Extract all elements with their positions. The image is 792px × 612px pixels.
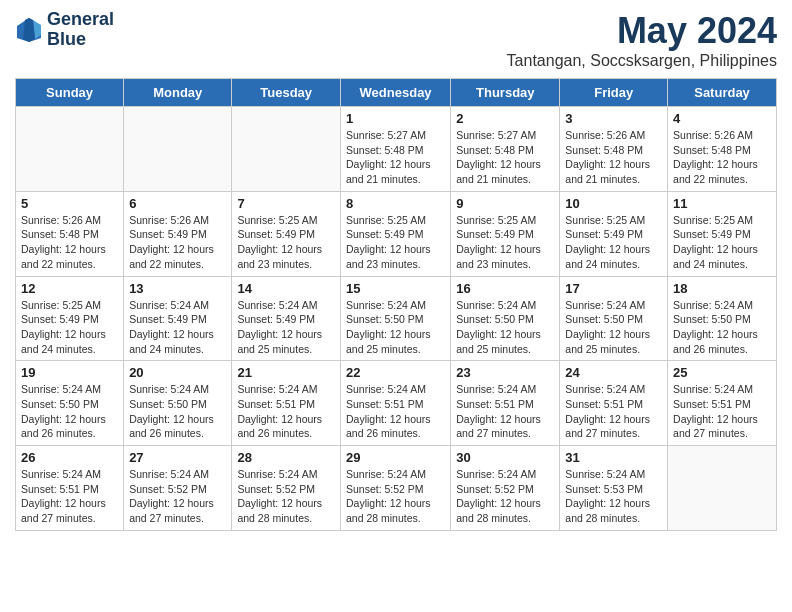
day-number: 17 — [565, 281, 662, 296]
calendar-cell — [124, 107, 232, 192]
calendar-cell: 16Sunrise: 5:24 AM Sunset: 5:50 PM Dayli… — [451, 276, 560, 361]
day-info: Sunrise: 5:24 AM Sunset: 5:52 PM Dayligh… — [129, 467, 226, 526]
calendar-cell: 4Sunrise: 5:26 AM Sunset: 5:48 PM Daylig… — [668, 107, 777, 192]
day-number: 22 — [346, 365, 445, 380]
day-info: Sunrise: 5:26 AM Sunset: 5:48 PM Dayligh… — [673, 128, 771, 187]
day-info: Sunrise: 5:24 AM Sunset: 5:52 PM Dayligh… — [346, 467, 445, 526]
calendar-cell: 7Sunrise: 5:25 AM Sunset: 5:49 PM Daylig… — [232, 191, 341, 276]
calendar-cell: 28Sunrise: 5:24 AM Sunset: 5:52 PM Dayli… — [232, 446, 341, 531]
day-number: 26 — [21, 450, 118, 465]
header: General Blue May 2024 Tantangan, Soccsks… — [15, 10, 777, 70]
calendar-cell: 21Sunrise: 5:24 AM Sunset: 5:51 PM Dayli… — [232, 361, 341, 446]
day-info: Sunrise: 5:24 AM Sunset: 5:51 PM Dayligh… — [21, 467, 118, 526]
calendar-cell: 11Sunrise: 5:25 AM Sunset: 5:49 PM Dayli… — [668, 191, 777, 276]
calendar-cell: 26Sunrise: 5:24 AM Sunset: 5:51 PM Dayli… — [16, 446, 124, 531]
page: General Blue May 2024 Tantangan, Soccsks… — [0, 0, 792, 546]
day-info: Sunrise: 5:24 AM Sunset: 5:51 PM Dayligh… — [346, 382, 445, 441]
day-info: Sunrise: 5:24 AM Sunset: 5:50 PM Dayligh… — [129, 382, 226, 441]
day-info: Sunrise: 5:24 AM Sunset: 5:51 PM Dayligh… — [673, 382, 771, 441]
day-number: 24 — [565, 365, 662, 380]
calendar-cell — [668, 446, 777, 531]
day-number: 18 — [673, 281, 771, 296]
day-number: 30 — [456, 450, 554, 465]
calendar-cell: 3Sunrise: 5:26 AM Sunset: 5:48 PM Daylig… — [560, 107, 668, 192]
calendar-cell: 29Sunrise: 5:24 AM Sunset: 5:52 PM Dayli… — [340, 446, 450, 531]
calendar-cell: 1Sunrise: 5:27 AM Sunset: 5:48 PM Daylig… — [340, 107, 450, 192]
calendar-cell: 22Sunrise: 5:24 AM Sunset: 5:51 PM Dayli… — [340, 361, 450, 446]
day-number: 13 — [129, 281, 226, 296]
logo-line1: General — [47, 10, 114, 30]
day-number: 14 — [237, 281, 335, 296]
calendar-cell: 6Sunrise: 5:26 AM Sunset: 5:49 PM Daylig… — [124, 191, 232, 276]
logo: General Blue — [15, 10, 114, 50]
header-row: SundayMondayTuesdayWednesdayThursdayFrid… — [16, 79, 777, 107]
week-row-4: 19Sunrise: 5:24 AM Sunset: 5:50 PM Dayli… — [16, 361, 777, 446]
day-header-tuesday: Tuesday — [232, 79, 341, 107]
day-header-saturday: Saturday — [668, 79, 777, 107]
day-info: Sunrise: 5:24 AM Sunset: 5:52 PM Dayligh… — [456, 467, 554, 526]
calendar-cell: 30Sunrise: 5:24 AM Sunset: 5:52 PM Dayli… — [451, 446, 560, 531]
day-info: Sunrise: 5:24 AM Sunset: 5:50 PM Dayligh… — [456, 298, 554, 357]
day-number: 23 — [456, 365, 554, 380]
day-number: 16 — [456, 281, 554, 296]
day-info: Sunrise: 5:24 AM Sunset: 5:51 PM Dayligh… — [456, 382, 554, 441]
day-number: 5 — [21, 196, 118, 211]
day-info: Sunrise: 5:24 AM Sunset: 5:51 PM Dayligh… — [565, 382, 662, 441]
day-info: Sunrise: 5:26 AM Sunset: 5:48 PM Dayligh… — [565, 128, 662, 187]
day-header-wednesday: Wednesday — [340, 79, 450, 107]
calendar-cell: 10Sunrise: 5:25 AM Sunset: 5:49 PM Dayli… — [560, 191, 668, 276]
day-info: Sunrise: 5:24 AM Sunset: 5:50 PM Dayligh… — [21, 382, 118, 441]
logo-icon — [15, 16, 43, 44]
calendar-cell: 18Sunrise: 5:24 AM Sunset: 5:50 PM Dayli… — [668, 276, 777, 361]
calendar-cell: 31Sunrise: 5:24 AM Sunset: 5:53 PM Dayli… — [560, 446, 668, 531]
calendar-cell: 24Sunrise: 5:24 AM Sunset: 5:51 PM Dayli… — [560, 361, 668, 446]
day-number: 29 — [346, 450, 445, 465]
day-number: 6 — [129, 196, 226, 211]
day-header-thursday: Thursday — [451, 79, 560, 107]
day-info: Sunrise: 5:24 AM Sunset: 5:53 PM Dayligh… — [565, 467, 662, 526]
day-number: 7 — [237, 196, 335, 211]
week-row-2: 5Sunrise: 5:26 AM Sunset: 5:48 PM Daylig… — [16, 191, 777, 276]
day-number: 25 — [673, 365, 771, 380]
day-number: 10 — [565, 196, 662, 211]
day-number: 2 — [456, 111, 554, 126]
day-info: Sunrise: 5:25 AM Sunset: 5:49 PM Dayligh… — [346, 213, 445, 272]
day-number: 4 — [673, 111, 771, 126]
subtitle: Tantangan, Soccsksargen, Philippines — [507, 52, 777, 70]
logo-text: General Blue — [47, 10, 114, 50]
calendar-cell: 9Sunrise: 5:25 AM Sunset: 5:49 PM Daylig… — [451, 191, 560, 276]
day-header-monday: Monday — [124, 79, 232, 107]
day-number: 11 — [673, 196, 771, 211]
calendar-cell: 8Sunrise: 5:25 AM Sunset: 5:49 PM Daylig… — [340, 191, 450, 276]
calendar-cell: 14Sunrise: 5:24 AM Sunset: 5:49 PM Dayli… — [232, 276, 341, 361]
day-number: 3 — [565, 111, 662, 126]
day-number: 15 — [346, 281, 445, 296]
day-info: Sunrise: 5:24 AM Sunset: 5:49 PM Dayligh… — [237, 298, 335, 357]
day-number: 19 — [21, 365, 118, 380]
calendar-cell: 19Sunrise: 5:24 AM Sunset: 5:50 PM Dayli… — [16, 361, 124, 446]
day-number: 20 — [129, 365, 226, 380]
day-number: 12 — [21, 281, 118, 296]
week-row-1: 1Sunrise: 5:27 AM Sunset: 5:48 PM Daylig… — [16, 107, 777, 192]
day-info: Sunrise: 5:27 AM Sunset: 5:48 PM Dayligh… — [456, 128, 554, 187]
calendar-cell: 15Sunrise: 5:24 AM Sunset: 5:50 PM Dayli… — [340, 276, 450, 361]
day-info: Sunrise: 5:24 AM Sunset: 5:50 PM Dayligh… — [673, 298, 771, 357]
calendar-cell: 5Sunrise: 5:26 AM Sunset: 5:48 PM Daylig… — [16, 191, 124, 276]
main-title: May 2024 — [507, 10, 777, 52]
day-number: 9 — [456, 196, 554, 211]
day-info: Sunrise: 5:25 AM Sunset: 5:49 PM Dayligh… — [673, 213, 771, 272]
day-header-friday: Friday — [560, 79, 668, 107]
day-number: 27 — [129, 450, 226, 465]
day-info: Sunrise: 5:24 AM Sunset: 5:51 PM Dayligh… — [237, 382, 335, 441]
calendar-cell: 25Sunrise: 5:24 AM Sunset: 5:51 PM Dayli… — [668, 361, 777, 446]
calendar-cell: 17Sunrise: 5:24 AM Sunset: 5:50 PM Dayli… — [560, 276, 668, 361]
day-number: 21 — [237, 365, 335, 380]
day-number: 31 — [565, 450, 662, 465]
calendar-cell: 2Sunrise: 5:27 AM Sunset: 5:48 PM Daylig… — [451, 107, 560, 192]
day-header-sunday: Sunday — [16, 79, 124, 107]
title-section: May 2024 Tantangan, Soccsksargen, Philip… — [507, 10, 777, 70]
calendar-cell: 20Sunrise: 5:24 AM Sunset: 5:50 PM Dayli… — [124, 361, 232, 446]
day-info: Sunrise: 5:24 AM Sunset: 5:49 PM Dayligh… — [129, 298, 226, 357]
day-info: Sunrise: 5:27 AM Sunset: 5:48 PM Dayligh… — [346, 128, 445, 187]
day-number: 1 — [346, 111, 445, 126]
